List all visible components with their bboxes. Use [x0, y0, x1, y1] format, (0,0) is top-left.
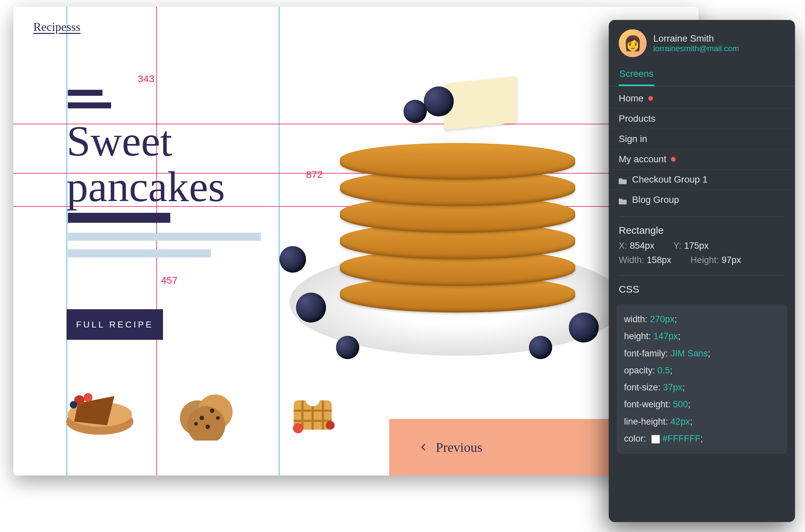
- page-headline: Sweet pancakes: [67, 118, 225, 209]
- css-title: CSS: [619, 284, 785, 295]
- skeleton-bar: [68, 102, 111, 108]
- user-email[interactable]: lorrainesmith@mail.com: [653, 44, 739, 53]
- prop-height: 97px: [722, 255, 741, 265]
- user-avatar[interactable]: 👩: [619, 29, 647, 57]
- screens-list: HomeProductsSign inMy accountCheckout Gr…: [609, 87, 795, 212]
- dimension-label: 343: [138, 73, 154, 84]
- svg-point-20: [293, 423, 303, 433]
- headline-line2: pancakes: [67, 164, 225, 209]
- folder-icon: [619, 196, 628, 204]
- color-swatch: [651, 435, 660, 443]
- screen-label: Blog Group: [632, 194, 679, 205]
- screen-label: Checkout Group 1: [632, 174, 708, 185]
- hero-image-pancakes: [289, 46, 625, 379]
- selection-properties: Rectangle X:854px Y:175px Width:158px He…: [609, 222, 795, 271]
- full-recipe-button[interactable]: FULL RECIPE: [67, 309, 163, 340]
- css-line: opacity: 0.5;: [624, 362, 780, 379]
- thumbnail-waffles[interactable]: [269, 376, 356, 445]
- css-line: color: #FFFFFF;: [624, 430, 780, 447]
- previous-label: Previous: [436, 440, 482, 455]
- screen-row-my-account[interactable]: My account: [609, 149, 795, 170]
- svg-point-10: [206, 424, 210, 429]
- css-line: width: 270px;: [624, 311, 780, 328]
- svg-point-11: [194, 422, 198, 425]
- logo-link[interactable]: Recipesss: [33, 20, 80, 34]
- tab-screens[interactable]: Screens: [619, 64, 654, 86]
- skeleton-bar: [68, 213, 170, 223]
- svg-point-9: [210, 408, 214, 413]
- previous-link[interactable]: Previous: [419, 440, 482, 455]
- vertical-guide: [156, 7, 157, 475]
- svg-point-4: [70, 401, 77, 408]
- screen-row-products[interactable]: Products: [609, 109, 795, 129]
- headline-line1: Sweet: [67, 117, 172, 165]
- screen-row-checkout-group-1[interactable]: Checkout Group 1: [609, 170, 795, 190]
- svg-point-19: [305, 392, 320, 406]
- svg-point-3: [84, 393, 92, 402]
- selection-title: Rectangle: [619, 225, 785, 236]
- status-dot-icon: [648, 96, 653, 101]
- svg-point-12: [216, 416, 220, 420]
- screen-label: Sign in: [619, 134, 647, 144]
- css-line: line-height: 42px;: [624, 413, 780, 430]
- skeleton-bar: [68, 90, 102, 96]
- thumbnail-crepes[interactable]: [57, 376, 143, 445]
- chevron-left-icon: [419, 442, 428, 452]
- css-line: font-weight: 500;: [624, 396, 780, 413]
- screen-label: Home: [619, 93, 644, 104]
- prop-x: 854px: [630, 241, 655, 251]
- dimension-label: 457: [161, 274, 177, 286]
- skeleton-bar: [68, 233, 261, 241]
- screen-row-home[interactable]: Home: [609, 89, 795, 109]
- folder-icon: [619, 176, 628, 183]
- skeleton-bar: [68, 249, 211, 258]
- prop-width: 158px: [647, 255, 672, 265]
- status-dot-icon: [671, 157, 676, 162]
- thumbnail-cookies[interactable]: [163, 376, 249, 445]
- svg-point-8: [200, 416, 204, 420]
- css-line: font-family: JIM Sans;: [624, 345, 780, 362]
- user-name: Lorraine Smith: [653, 33, 739, 44]
- svg-point-21: [326, 421, 335, 430]
- screen-label: My account: [619, 154, 666, 165]
- prop-y: 175px: [684, 241, 709, 251]
- screen-row-blog-group[interactable]: Blog Group: [609, 190, 795, 210]
- design-canvas[interactable]: 343 872 457 Recipesss Sweet pancakes FUL…: [13, 7, 698, 475]
- css-code-panel[interactable]: width: 270px;height: 147px;font-family: …: [617, 304, 787, 454]
- screen-label: Products: [619, 113, 656, 124]
- screen-row-sign-in[interactable]: Sign in: [609, 129, 795, 149]
- inspector-panel: 👩 Lorraine Smith lorrainesmith@mail.com …: [609, 20, 795, 522]
- css-line: font-size: 37px;: [624, 379, 780, 396]
- css-line: height: 147px;: [624, 328, 780, 345]
